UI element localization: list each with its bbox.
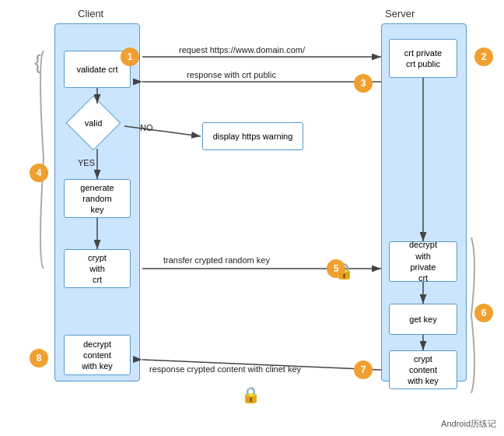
badge-7: 7 bbox=[354, 360, 373, 379]
request-label: request https://www.domain.com/ bbox=[179, 45, 305, 54]
badge-8: 8 bbox=[30, 349, 48, 367]
lock-icon-2: 🔒 bbox=[241, 385, 261, 404]
yes-label: YES bbox=[78, 158, 95, 167]
server-label: Server bbox=[385, 8, 415, 19]
decrypt-content-box: decryptcontentwith key bbox=[64, 335, 131, 375]
crt-private-public-box: crt privatecrt public bbox=[389, 39, 457, 78]
no-label: NO bbox=[140, 123, 153, 132]
transfer-key-label: transfer crypted random key bbox=[163, 255, 270, 265]
crypt-content-key-box: cryptcontentwith key bbox=[389, 350, 457, 389]
diagram: Client Server validate crt valid generat… bbox=[0, 0, 504, 436]
client-label: Client bbox=[78, 8, 103, 19]
decrypt-private-crt-box: decryptwithprivatecrt bbox=[389, 241, 457, 282]
badge-3: 3 bbox=[354, 74, 373, 93]
badge-6: 6 bbox=[474, 304, 493, 322]
display-warning-box: display https warning bbox=[202, 122, 303, 150]
badge-1: 1 bbox=[121, 47, 139, 66]
response-content-label: response crypted content with clinet key bbox=[149, 364, 301, 374]
valid-diamond: valid bbox=[70, 104, 124, 149]
brace-4-svg bbox=[34, 51, 47, 269]
badge-4: 4 bbox=[30, 164, 48, 182]
badge-2: 2 bbox=[474, 47, 493, 66]
generate-random-key-box: generaterandomkey bbox=[64, 179, 131, 218]
get-key-box: get key bbox=[389, 304, 457, 335]
response-crt-label: response with crt public bbox=[187, 70, 276, 79]
crypt-with-crt-box: cryptwithcrt bbox=[64, 249, 131, 288]
badge-5: 5 bbox=[327, 259, 345, 278]
watermark: Android历练记 bbox=[441, 418, 496, 430]
